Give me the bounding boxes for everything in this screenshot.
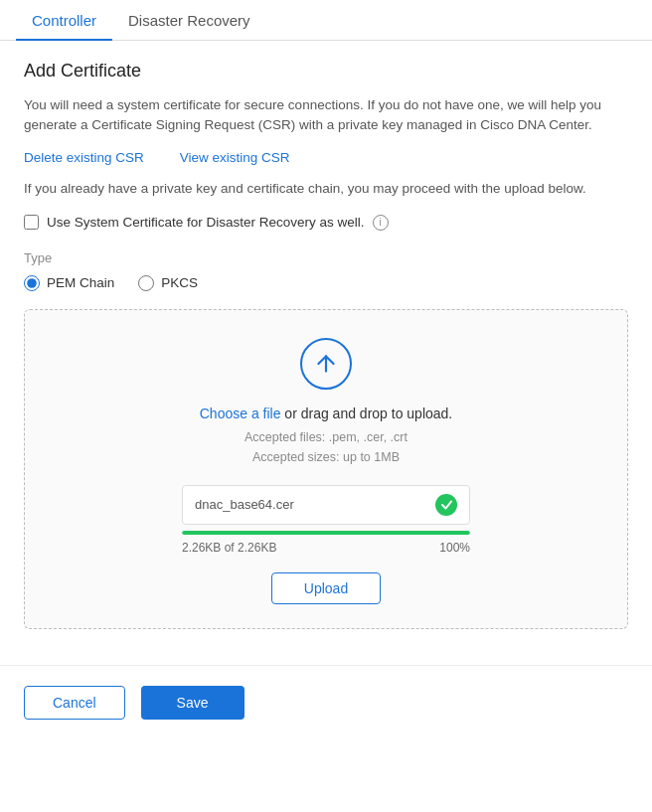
sub-description-text: If you already have a private key and ce…	[24, 179, 628, 199]
upload-area[interactable]: Choose a file or drag and drop to upload…	[24, 309, 628, 629]
tab-controller[interactable]: Controller	[16, 0, 112, 41]
progress-pct-text: 100%	[439, 541, 470, 555]
type-radio-group: PEM Chain PKCS	[24, 275, 628, 291]
view-csr-link[interactable]: View existing CSR	[180, 150, 290, 165]
tab-bar: Controller Disaster Recovery	[0, 0, 652, 41]
progress-bar-container	[182, 531, 470, 535]
accepted-sizes-text: Accepted sizes: up to 1MB	[244, 447, 408, 467]
tab-disaster-recovery[interactable]: Disaster Recovery	[112, 0, 266, 41]
progress-size-text: 2.26KB of 2.26KB	[182, 541, 276, 555]
type-label: Type	[24, 250, 628, 265]
disaster-recovery-checkbox[interactable]	[24, 215, 39, 230]
page-title: Add Certificate	[24, 61, 628, 81]
upload-arrow-icon	[313, 351, 339, 377]
accepted-files-text: Accepted files: .pem, .cer, .crt	[244, 427, 408, 447]
disaster-recovery-checkbox-row: Use System Certificate for Disaster Reco…	[24, 215, 628, 231]
pem-chain-radio[interactable]	[24, 275, 40, 291]
save-button[interactable]: Save	[141, 686, 244, 720]
footer-actions: Cancel Save	[0, 665, 652, 743]
file-progress-box: dnac_base64.cer	[182, 485, 470, 525]
pem-chain-label: PEM Chain	[47, 275, 114, 290]
choose-file-link[interactable]: Choose a file	[200, 406, 281, 421]
pkcs-option[interactable]: PKCS	[138, 275, 198, 291]
progress-info-row: 2.26KB of 2.26KB 100%	[182, 541, 470, 555]
main-content: Add Certificate You will need a system c…	[0, 41, 652, 653]
upload-button[interactable]: Upload	[271, 572, 381, 604]
upload-icon-container	[300, 338, 352, 390]
or-text: or drag and drop to upload.	[280, 406, 452, 421]
pkcs-label: PKCS	[161, 275, 198, 290]
disaster-recovery-checkbox-label: Use System Certificate for Disaster Reco…	[47, 215, 365, 230]
file-name-text: dnac_base64.cer	[195, 497, 294, 512]
pem-chain-option[interactable]: PEM Chain	[24, 275, 114, 291]
cancel-button[interactable]: Cancel	[24, 686, 125, 720]
check-icon	[435, 494, 457, 516]
description-text: You will need a system certificate for s…	[24, 95, 628, 136]
progress-bar-fill	[182, 531, 470, 535]
info-icon[interactable]: i	[373, 215, 389, 231]
upload-text: Choose a file or drag and drop to upload…	[200, 406, 453, 421]
delete-csr-link[interactable]: Delete existing CSR	[24, 150, 144, 165]
csr-links-row: Delete existing CSR View existing CSR	[24, 150, 628, 165]
accepted-info: Accepted files: .pem, .cer, .crt Accepte…	[244, 427, 408, 467]
pkcs-radio[interactable]	[138, 275, 154, 291]
